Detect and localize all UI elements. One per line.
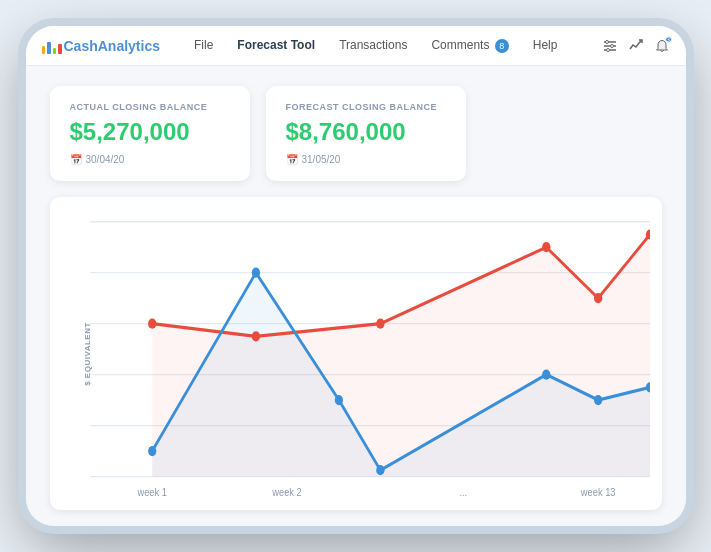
svg-text:week 13: week 13	[579, 486, 615, 498]
svg-point-4	[610, 44, 613, 47]
forecast-balance-card: FORECAST CLOSING BALANCE $8,760,000 📅 31…	[266, 86, 466, 181]
svg-text:week 1: week 1	[136, 486, 167, 498]
logo[interactable]: CashAnalytics	[42, 38, 160, 54]
calendar-icon-actual: 📅	[70, 154, 82, 165]
svg-text:week 2: week 2	[271, 486, 302, 498]
nav-menu: File Forecast Tool Transactions Comments…	[184, 34, 602, 57]
actual-balance-title: ACTUAL CLOSING BALANCE	[70, 102, 230, 112]
svg-point-25	[594, 395, 602, 405]
svg-point-24	[542, 370, 550, 380]
svg-point-31	[594, 293, 602, 303]
forecast-balance-amount: $8,760,000	[286, 118, 446, 146]
bell-icon[interactable]: 3	[654, 38, 670, 54]
logo-icon	[42, 38, 62, 54]
logo-text: CashAnalytics	[64, 38, 160, 54]
top-bar: CashAnalytics File Forecast Tool Transac…	[26, 26, 686, 66]
comments-badge: 8	[495, 39, 509, 53]
device-frame: CashAnalytics File Forecast Tool Transac…	[26, 26, 686, 526]
logo-analytics: Analytics	[98, 38, 160, 54]
main-content: ACTUAL CLOSING BALANCE $5,270,000 📅 30/0…	[26, 66, 686, 526]
actual-balance-date: 📅 30/04/20	[70, 154, 230, 165]
svg-point-5	[606, 48, 609, 51]
chart-y-label: $ EQUIVALENT	[83, 322, 92, 386]
actual-balance-amount: $5,270,000	[70, 118, 230, 146]
nav-item-file[interactable]: File	[184, 34, 223, 56]
svg-text:...: ...	[459, 486, 467, 498]
nav-item-comments[interactable]: Comments 8	[421, 34, 518, 57]
svg-point-30	[542, 242, 550, 252]
svg-point-3	[605, 40, 608, 43]
top-icons: 3	[602, 38, 670, 54]
calendar-icon-forecast: 📅	[286, 154, 298, 165]
svg-point-21	[251, 268, 259, 278]
svg-point-23	[376, 465, 384, 475]
signal-icon[interactable]	[628, 38, 644, 54]
forecast-balance-date: 📅 31/05/20	[286, 154, 446, 165]
bell-badge: 3	[665, 36, 672, 43]
cards-row: ACTUAL CLOSING BALANCE $5,270,000 📅 30/0…	[50, 86, 662, 181]
nav-item-transactions[interactable]: Transactions	[329, 34, 417, 56]
svg-point-22	[334, 395, 342, 405]
chart-area: $ EQUIVALENT 10M 8M 6M 4M 2M 0M	[50, 197, 662, 510]
logo-cash: Cash	[64, 38, 98, 54]
svg-point-27	[148, 319, 156, 329]
actual-balance-card: ACTUAL CLOSING BALANCE $5,270,000 📅 30/0…	[50, 86, 250, 181]
nav-item-forecast[interactable]: Forecast Tool	[227, 34, 325, 56]
settings-icon[interactable]	[602, 38, 618, 54]
svg-point-29	[376, 319, 384, 329]
nav-item-help[interactable]: Help	[523, 34, 568, 56]
forecast-balance-title: FORECAST CLOSING BALANCE	[286, 102, 446, 112]
svg-point-28	[251, 331, 259, 341]
chart-svg: 10M 8M 6M 4M 2M 0M	[90, 209, 650, 502]
svg-point-20	[148, 446, 156, 456]
